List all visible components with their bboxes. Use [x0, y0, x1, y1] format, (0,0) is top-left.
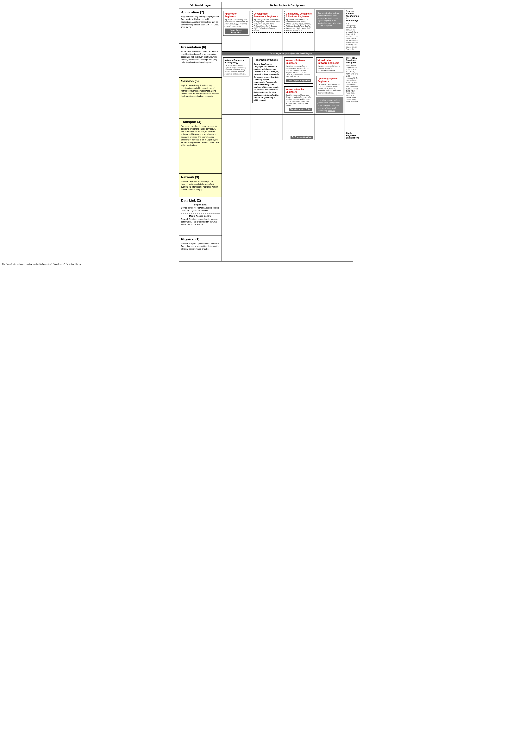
col3-middle: Network Software Engineers E.g. Engineer…	[283, 56, 315, 115]
layer-session: Session (5) Logic for establishing & mai…	[179, 78, 221, 119]
dev-framework-desc: E.g. Designers and developers of languag…	[254, 18, 280, 31]
lower-layers-badge-container: Lower Layers Integration	[286, 79, 312, 82]
dev-framework-box: Development Framework Engineers E.g. Des…	[252, 11, 281, 33]
dev-framework-title: Development Framework Engineers	[254, 13, 280, 18]
col4-middle: Virtualization Software Engineers E.g. D…	[315, 56, 345, 115]
layer-network-title: Network (3)	[181, 176, 219, 179]
os-engineers-desc: E.g. Developers of Android, iOS, Unix, F…	[317, 83, 342, 94]
middleware-box: Middleware, Containers & Platform Engine…	[284, 11, 314, 33]
layer-session-desc: Logic for establishing & maintaining ses…	[181, 84, 219, 98]
col1-upper: Application Engineers E.g. Engineers uti…	[222, 9, 251, 51]
network-engineers-title: Network Engineers (Configuring)	[225, 59, 248, 64]
tech-scope-title: Technology Scope	[254, 58, 280, 62]
tech-int-badge1-container: Tech Integration Point	[286, 108, 312, 111]
tech-int-badge2: Tech Integration Point	[291, 136, 313, 139]
layer-datalink: Data Link (2) Logical Link Device driver…	[179, 197, 221, 236]
upper-section: Application Engineers E.g. Engineers uti…	[222, 9, 360, 52]
right-content: Application Engineers E.g. Engineers uti…	[222, 9, 360, 261]
protocol-designers-desc: Members of organizations such as ETSI, I…	[346, 64, 359, 103]
layer-transport: Transport (4) Transport Layer functions …	[179, 119, 221, 174]
col2-middle: Technology Scope Several Development Lan…	[251, 56, 283, 115]
middle-badge-row: Tech Integration typically at Middle OSI…	[222, 52, 360, 55]
col5-lower: Cable Engineers (Installation)	[345, 115, 360, 140]
layer-physical: Physical (1) Network Adapters operate he…	[179, 236, 221, 261]
cable-engineers-title: Cable Engineers (Installation)	[346, 132, 359, 139]
header-right: Technologies & Disciplines	[222, 2, 353, 9]
network-engineers-box: Network Engineers (Configuring) E.g. Eng…	[223, 57, 249, 76]
osi-layers-column: Application (7) Engineers use programmin…	[179, 9, 222, 261]
os-lower-note: Operating Systems typically provide APIs…	[316, 97, 343, 113]
system-admins-box: System Admins(Configuring & Monitoring) …	[346, 10, 359, 50]
system-admins-desc: E.g. Configuring policies and settings f…	[346, 22, 359, 50]
network-adapter-title: Network Adapter Engineers	[286, 88, 312, 93]
system-admins-title: System Admins(Configuring & Monitoring)	[346, 10, 359, 22]
layer-application: Application (7) Engineers use programmin…	[179, 9, 221, 44]
virtualization-box: Virtualization Software Engineers E.g. D…	[316, 57, 343, 73]
col1-lower	[222, 115, 251, 140]
tech-scope-desc: Several Development Languages can be use…	[254, 63, 280, 101]
header-row: OSI Model Layer Technologies & Disciplin…	[179, 2, 353, 9]
col5-upper: System Admins(Configuring & Monitoring) …	[345, 9, 360, 51]
mac-subtitle: Media Access Control	[181, 215, 219, 217]
col3-upper: Middleware, Containers & Platform Engine…	[283, 9, 315, 51]
tech-int-badge2-container: Tech Integration Point	[284, 136, 314, 139]
footer: The Open Systems Interconnection model. …	[2, 263, 530, 266]
virtualization-desc: E.g. Developers of Hyper-V, VMware and o…	[317, 65, 342, 71]
layer-datalink-title: Data Link (2)	[181, 199, 219, 202]
upper-layers-badge: Upper Layers Integration	[225, 29, 248, 34]
layer-network-desc: Network Layer functions underpin the int…	[181, 180, 219, 191]
lower-layers-badge: Lower Layers Integration	[286, 79, 311, 82]
layer-physical-desc: Network Adapters operate here to modulat…	[181, 242, 219, 251]
cable-engineers-box: Cable Engineers (Installation)	[346, 132, 359, 139]
layer-transport-desc: Transport Layer functions are exposed by…	[181, 125, 219, 147]
protocol-designers-box: Protocol & Standards Designers Members o…	[346, 57, 359, 103]
layer-session-title: Session (5)	[181, 79, 219, 83]
network-software-title: Network Software Engineers	[286, 59, 312, 65]
layer-presentation-title: Presentation (6)	[181, 45, 219, 49]
middleware-desc: E.g. Developers of products and services…	[286, 18, 312, 31]
network-software-desc: E.g. Engineers developing management and…	[286, 65, 312, 78]
middle-badge: Tech Integration typically at Middle OSI…	[269, 52, 312, 55]
col5-middle: Protocol & Standards Designers Members o…	[345, 56, 360, 115]
middleware-title: Middleware, Containers & Platform Engine…	[286, 13, 312, 18]
col4-lower	[315, 115, 345, 140]
network-adapter-desc: E.g. Developers of hardware, firmware, a…	[286, 94, 312, 107]
network-engineers-desc: E.g. Engineers designing, implementing, …	[225, 64, 248, 75]
layer-application-title: Application (7)	[181, 11, 219, 14]
logical-link-subtitle: Logical Link	[181, 203, 219, 206]
layer-presentation-desc: While application development can requir…	[181, 50, 219, 64]
tech-int-badge1: Tech Integration Point	[289, 108, 312, 111]
col1-middle: Network Engineers (Configuring) E.g. Eng…	[222, 56, 251, 115]
layer-physical-title: Physical (1)	[181, 237, 219, 241]
lower-section: Tech Integration Point Cable Engineers (…	[222, 115, 360, 140]
virtualization-title: Virtualization Software Engineers	[317, 59, 342, 65]
os-engineers-title: Operating System Engineers	[317, 77, 342, 83]
layer-transport-title: Transport (4)	[181, 120, 219, 124]
middle-section: Network Engineers (Configuring) E.g. Eng…	[222, 55, 360, 115]
os-upper-note: Operating System settings pertaining to …	[316, 10, 343, 29]
datalink-divider	[181, 213, 219, 214]
os-engineers-box: Operating System Engineers E.g. Develope…	[316, 76, 343, 95]
col2-upper: Development Framework Engineers E.g. Des…	[251, 9, 283, 51]
main-diagram: OSI Model Layer Technologies & Disciplin…	[179, 2, 353, 261]
header-left: OSI Model Layer	[179, 2, 222, 9]
protocol-designers-title: Protocol & Standards Designers	[346, 57, 359, 64]
app-engineers-title: Application Engineers	[225, 13, 248, 18]
mac-desc: Network Adapters operate here to process…	[181, 218, 219, 226]
col3-lower: Tech Integration Point	[283, 115, 315, 140]
logical-link-desc: Device drivers for Network Adapters oper…	[181, 206, 219, 212]
network-software-box: Network Software Engineers E.g. Engineer…	[284, 57, 314, 84]
col4-upper: Operating System settings pertaining to …	[315, 9, 345, 51]
col2-lower	[251, 115, 283, 140]
layer-application-desc: Engineers use programming languages and …	[181, 15, 219, 29]
app-engineers-desc: E.g. Engineers utilizing rich developmen…	[225, 18, 248, 27]
layer-presentation: Presentation (6) While application devel…	[179, 44, 221, 78]
upper-layers-badge-container: Upper Layers Integration	[225, 29, 248, 34]
tech-scope-box: Technology Scope Several Development Lan…	[252, 57, 281, 103]
layer-network: Network (3) Network Layer functions unde…	[179, 174, 221, 197]
network-adapter-box: Network Adapter Engineers E.g. Developer…	[284, 86, 314, 113]
app-engineers-box: Application Engineers E.g. Engineers uti…	[223, 11, 249, 36]
content-area: Application (7) Engineers use programmin…	[179, 9, 353, 261]
